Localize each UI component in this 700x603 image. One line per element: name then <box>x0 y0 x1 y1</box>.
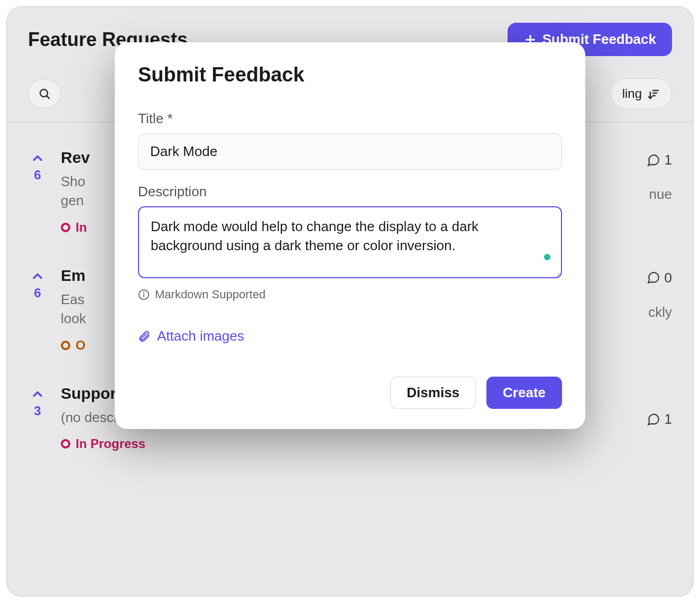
title-input[interactable] <box>138 133 562 170</box>
status-label: O <box>76 338 86 353</box>
vote-count: 6 <box>34 286 41 300</box>
description-field: Description Markdown Supported <box>138 184 562 302</box>
status-label: In <box>76 220 87 235</box>
comment-icon <box>647 153 660 167</box>
comments-count[interactable]: 0 <box>647 267 672 286</box>
grammar-dot-icon <box>544 254 550 260</box>
paperclip-icon <box>138 330 151 343</box>
sort-descending-icon <box>647 87 660 100</box>
chevron-up-icon <box>30 151 45 166</box>
dismiss-button[interactable]: Dismiss <box>390 377 476 409</box>
title-field-label: Title * <box>138 111 562 127</box>
description-field-label: Description <box>138 184 562 200</box>
modal-title: Submit Feedback <box>138 63 562 86</box>
upvote-button[interactable]: 3 <box>28 385 47 451</box>
info-icon <box>138 289 150 300</box>
comments-count[interactable]: 1 <box>647 149 672 168</box>
modal-actions: Dismiss Create <box>138 377 562 409</box>
submit-feedback-modal: Submit Feedback Title * Description Mark… <box>115 42 585 429</box>
svg-line-3 <box>47 96 49 98</box>
search-icon <box>38 87 51 100</box>
item-description-tail: nue <box>649 186 672 203</box>
upvote-button[interactable]: 6 <box>28 149 47 235</box>
status-badge: In Progress <box>61 436 633 451</box>
status-dot-icon <box>61 439 70 449</box>
chevron-up-icon <box>30 269 45 284</box>
comment-icon <box>647 413 660 426</box>
title-field: Title * <box>138 111 562 170</box>
vote-count: 3 <box>34 404 41 418</box>
attach-images-label: Attach images <box>157 328 244 344</box>
search-button[interactable] <box>28 79 61 108</box>
status-dot-icon <box>61 223 70 232</box>
markdown-supported-note: Markdown Supported <box>138 288 562 302</box>
sort-chip-label: ling <box>622 86 642 101</box>
chevron-up-icon <box>30 387 45 401</box>
svg-point-9 <box>144 292 144 293</box>
description-textarea[interactable] <box>138 206 562 278</box>
item-description-tail: ckly <box>648 304 672 321</box>
upvote-button[interactable]: 6 <box>28 267 47 353</box>
status-dot-icon <box>61 341 70 350</box>
comments-count[interactable]: 1 <box>647 385 672 451</box>
vote-count: 6 <box>34 168 41 182</box>
attach-images-button[interactable]: Attach images <box>138 328 244 344</box>
sort-chip[interactable]: ling <box>610 78 672 109</box>
comment-icon <box>647 271 660 285</box>
status-label: In Progress <box>76 436 145 451</box>
create-button[interactable]: Create <box>486 377 562 409</box>
